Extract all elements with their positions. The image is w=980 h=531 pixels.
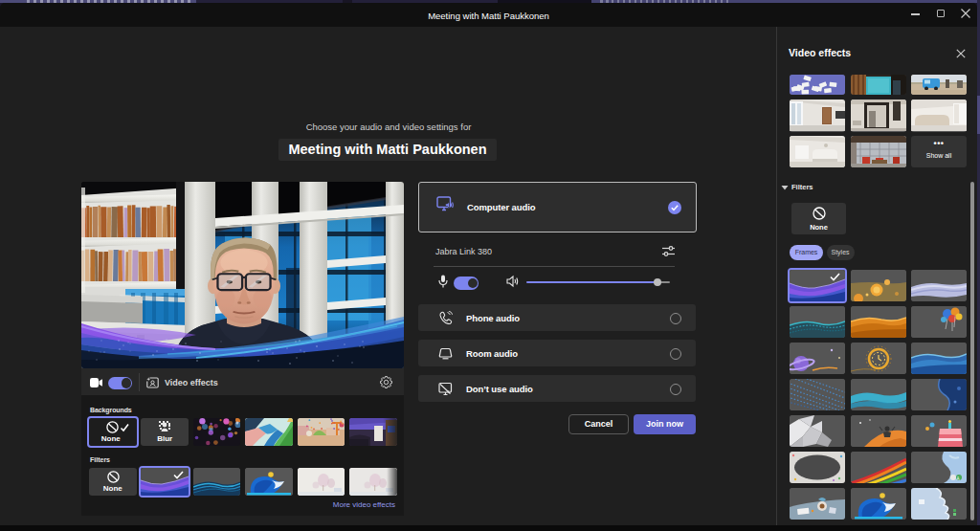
svg-text:A: A xyxy=(956,476,959,481)
